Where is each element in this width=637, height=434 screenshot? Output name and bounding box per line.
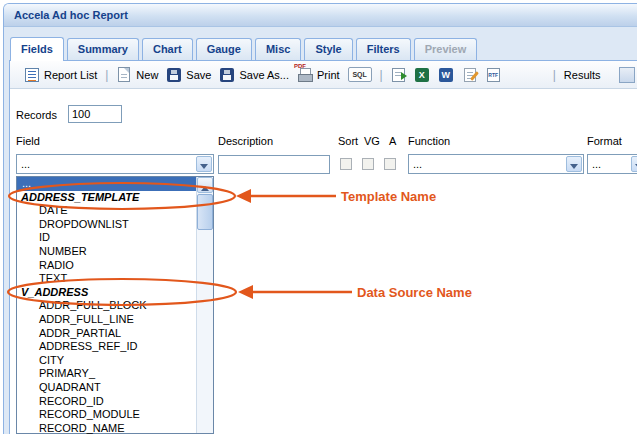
save-button[interactable]: Save	[166, 67, 211, 83]
format-column-header: Format	[587, 135, 622, 147]
report-list-button[interactable]: Report List	[24, 67, 97, 83]
pdf-badge: PDF	[294, 63, 306, 69]
tab-filters[interactable]: Filters	[356, 38, 411, 60]
save-label: Save	[186, 69, 211, 81]
dropdown-item-ellipsis[interactable]: ...	[17, 177, 196, 191]
print-label: Print	[317, 69, 340, 81]
export-rtf-icon[interactable]: RTF	[487, 68, 500, 82]
save-icon	[167, 68, 181, 82]
format-combo-arrow-icon[interactable]	[631, 156, 637, 172]
sort-column-header: Sort	[338, 135, 358, 147]
toolbar-separator: |	[105, 68, 108, 82]
tab-summary[interactable]: Summary	[67, 38, 139, 60]
print-button[interactable]: PDF Print	[297, 67, 340, 83]
sort-checkbox[interactable]	[340, 158, 352, 170]
vg-column-header: VG	[364, 135, 380, 147]
dropdown-item-id[interactable]: ID	[17, 231, 196, 245]
dropdown-item-record-name[interactable]: RECORD_NAME	[17, 422, 196, 434]
toolbar-separator: |	[553, 68, 556, 82]
toolbar: Report List | New Save Save As... PDF Pr…	[10, 61, 637, 89]
export-word-icon[interactable]: W	[439, 68, 453, 82]
save-as-icon	[220, 68, 234, 82]
dropdown-item-address-ref-id[interactable]: ADDRESS_REF_ID	[17, 340, 196, 354]
tab-fields[interactable]: Fields	[10, 37, 64, 61]
window-title: Accela Ad hoc Report	[4, 4, 128, 21]
description-column-header: Description	[218, 135, 273, 147]
toolbar-separator: |	[380, 68, 383, 82]
dropdown-item-city[interactable]: CITY	[17, 354, 196, 368]
sql-button[interactable]: SQL	[348, 67, 372, 82]
tab-gauge[interactable]: Gauge	[196, 38, 252, 60]
data-source-name-annotation-label: Data Source Name	[357, 285, 472, 300]
save-as-button[interactable]: Save As...	[219, 67, 289, 83]
dropdown-item-radio[interactable]: RADIO	[17, 259, 196, 273]
dropdown-item-v-address[interactable]: V_ADDRESS	[17, 286, 196, 300]
dropdown-item-address-template[interactable]: ADDRESS_TEMPLATE	[17, 191, 196, 205]
field-combo[interactable]: ...	[16, 154, 214, 174]
dropdown-item-record-id[interactable]: RECORD_ID	[17, 395, 196, 409]
export-notes-icon[interactable]	[464, 68, 476, 82]
tab-chart[interactable]: Chart	[142, 38, 193, 60]
export-excel-icon[interactable]: X	[415, 68, 429, 82]
scroll-up-icon[interactable]	[197, 177, 213, 193]
field-column-header: Field	[16, 135, 40, 147]
tab-preview[interactable]: Preview	[414, 38, 478, 60]
dropdown-item-quadrant[interactable]: QUADRANT	[17, 381, 196, 395]
window-title-bar: Accela Ad hoc Report	[4, 4, 637, 27]
dropdown-item-addr-full-line[interactable]: ADDR_FULL_LINE	[17, 313, 196, 327]
function-combo-arrow-icon[interactable]	[566, 156, 582, 172]
records-input[interactable]	[68, 105, 122, 123]
field-dropdown-list: ... ADDRESS_TEMPLATE DATE DROPDOWNLIST I…	[16, 176, 214, 434]
save-as-label: Save As...	[239, 69, 289, 81]
field-combo-arrow-icon[interactable]	[196, 156, 212, 172]
tab-style[interactable]: Style	[304, 38, 352, 60]
tab-misc[interactable]: Misc	[255, 38, 301, 60]
function-combo-value: ...	[413, 158, 422, 170]
template-name-annotation-label: Template Name	[341, 189, 436, 204]
dropdown-item-primary[interactable]: PRIMARY_	[17, 367, 196, 381]
function-column-header: Function	[408, 135, 450, 147]
field-combo-value: ...	[21, 158, 30, 170]
export-xml-icon[interactable]	[392, 68, 405, 82]
a-column-header: A	[389, 135, 396, 147]
function-combo[interactable]: ...	[408, 154, 584, 174]
results-label: Results	[564, 69, 601, 81]
report-list-label: Report List	[44, 69, 97, 81]
dropdown-item-addr-full-block[interactable]: ADDR_FULL_BLOCK	[17, 299, 196, 313]
dropdown-item-addr-partial[interactable]: ADDR_PARTIAL	[17, 327, 196, 341]
dropdown-item-number[interactable]: NUMBER	[17, 245, 196, 259]
sql-icon: SQL	[348, 67, 372, 82]
format-combo[interactable]: ...	[587, 154, 637, 174]
dropdown-item-record-module[interactable]: RECORD_MODULE	[17, 408, 196, 422]
new-label: New	[136, 69, 158, 81]
dropdown-scrollbar[interactable]	[196, 177, 213, 433]
report-list-icon	[25, 68, 39, 82]
a-checkbox[interactable]	[384, 158, 396, 170]
description-input[interactable]	[218, 155, 330, 174]
new-document-icon	[118, 67, 130, 82]
print-icon: PDF	[297, 67, 313, 83]
new-button[interactable]: New	[116, 67, 158, 82]
dropdown-item-dropdownlist[interactable]: DROPDOWNLIST	[17, 218, 196, 232]
results-button[interactable]: Results	[564, 69, 601, 81]
vg-checkbox[interactable]	[362, 158, 374, 170]
cropped-toolbar-icon[interactable]	[619, 67, 635, 83]
dropdown-item-date[interactable]: DATE	[17, 204, 196, 218]
tab-strip: Fields Summary Chart Gauge Misc Style Fi…	[10, 37, 637, 61]
dropdown-item-text[interactable]: TEXT	[17, 272, 196, 286]
records-label: Records	[16, 109, 57, 121]
scroll-thumb[interactable]	[197, 194, 213, 230]
format-combo-value: ...	[592, 158, 601, 170]
